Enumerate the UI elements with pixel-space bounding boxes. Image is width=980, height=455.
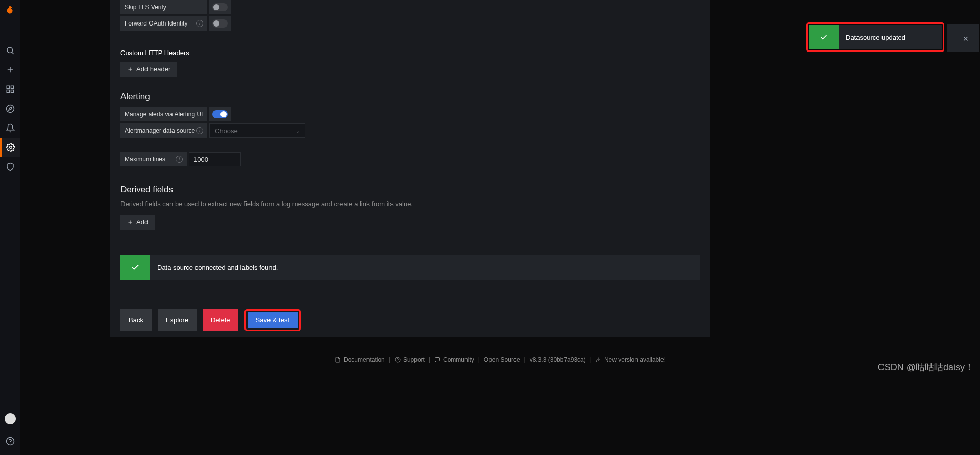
- close-icon[interactable]: ✕: [955, 29, 976, 49]
- svg-rect-5: [11, 86, 13, 88]
- save-test-button[interactable]: Save & test: [248, 312, 298, 328]
- plus-icon[interactable]: [0, 60, 20, 80]
- forward-oauth-toggle[interactable]: [212, 19, 228, 28]
- alertmanager-ds-select[interactable]: Choose ⌄: [209, 123, 305, 138]
- server-admin-icon[interactable]: [0, 157, 20, 176]
- grafana-logo[interactable]: [4, 4, 16, 16]
- skip-tls-verify-toggle[interactable]: [212, 3, 228, 11]
- delete-button[interactable]: Delete: [203, 309, 238, 331]
- svg-marker-9: [9, 107, 12, 110]
- check-icon: [120, 255, 150, 280]
- dashboards-icon[interactable]: [0, 80, 20, 99]
- search-icon[interactable]: [0, 41, 20, 60]
- chevron-down-icon: ⌄: [296, 128, 300, 134]
- sidebar: [0, 0, 20, 455]
- info-icon[interactable]: i: [196, 20, 203, 27]
- explore-icon[interactable]: [0, 99, 20, 118]
- toast-message: Datasource updated: [846, 34, 905, 41]
- avatar[interactable]: [5, 413, 16, 424]
- svg-rect-6: [7, 90, 9, 93]
- action-buttons: Back Explore Delete Save & test: [120, 309, 700, 331]
- manage-alerts-label: Manage alerts via Alerting UI: [120, 107, 207, 121]
- footer: Documentation | Support | Community | Op…: [20, 353, 980, 366]
- info-icon[interactable]: i: [196, 127, 203, 134]
- footer-community[interactable]: Community: [434, 356, 474, 363]
- toast: Datasource updated: [809, 25, 942, 49]
- footer-version: v8.3.3 (30bb7a93ca): [530, 356, 586, 363]
- svg-point-0: [7, 47, 13, 53]
- custom-headers-title: Custom HTTP Headers: [120, 49, 700, 57]
- maximum-lines-input[interactable]: [189, 152, 241, 166]
- footer-open-source[interactable]: Open Source: [484, 356, 520, 363]
- toast-highlight: Datasource updated: [806, 22, 944, 52]
- status-text: Data source connected and labels found.: [157, 264, 278, 271]
- highlight-box: Save & test: [244, 309, 301, 331]
- svg-rect-7: [11, 90, 13, 93]
- add-derived-field-button[interactable]: Add: [120, 215, 155, 230]
- datasource-settings-panel: Skip TLS Verify Forward OAuth Identity i…: [110, 0, 710, 337]
- svg-rect-4: [7, 86, 9, 88]
- alerting-icon[interactable]: [0, 118, 20, 138]
- manage-alerts-toggle[interactable]: [212, 110, 228, 118]
- add-header-button[interactable]: Add header: [120, 62, 177, 77]
- status-banner: Data source connected and labels found.: [120, 255, 700, 280]
- watermark: CSDN @咕咕咕daisy！: [878, 361, 974, 373]
- svg-point-8: [6, 105, 14, 113]
- info-icon[interactable]: i: [176, 156, 183, 163]
- skip-tls-verify-label: Skip TLS Verify: [120, 0, 207, 14]
- svg-line-1: [12, 52, 14, 54]
- alerting-title: Alerting: [120, 92, 700, 102]
- back-button[interactable]: Back: [120, 309, 152, 331]
- derived-fields-help: Derived fields can be used to extract ne…: [120, 200, 700, 208]
- explore-button[interactable]: Explore: [158, 309, 197, 331]
- svg-point-10: [10, 146, 12, 149]
- help-icon[interactable]: [0, 432, 20, 451]
- configuration-icon[interactable]: [0, 138, 20, 157]
- forward-oauth-label: Forward OAuth Identity i: [120, 16, 207, 31]
- footer-new-version[interactable]: New version available!: [596, 356, 666, 363]
- derived-fields-title: Derived fields: [120, 185, 700, 195]
- footer-support[interactable]: Support: [395, 356, 425, 363]
- maximum-lines-label: Maximum lines i: [120, 152, 187, 166]
- alertmanager-ds-label: Alertmanager data source i: [120, 123, 207, 138]
- footer-documentation[interactable]: Documentation: [335, 356, 385, 363]
- check-icon: [809, 25, 839, 49]
